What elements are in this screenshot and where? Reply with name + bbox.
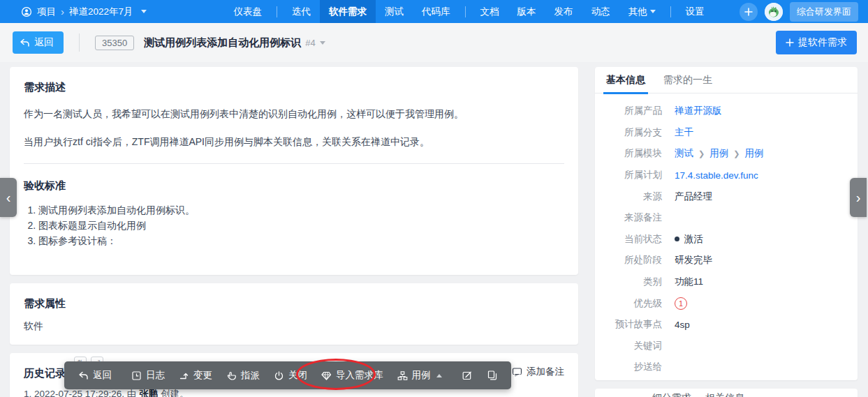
divider xyxy=(79,33,80,52)
chevron-right-icon: ❯ xyxy=(733,149,740,158)
field-value: 研发完毕 xyxy=(675,254,712,267)
next-story-button[interactable]: › xyxy=(850,178,867,217)
toolbar-close-button[interactable]: 关闭 xyxy=(267,369,314,382)
field-value: 功能11 xyxy=(675,276,703,288)
acceptance-item: 测试用例列表添加自动化用例标识。 xyxy=(38,202,564,218)
module-link[interactable]: 用例 xyxy=(744,147,763,160)
project-breadcrumb[interactable]: 项目 › 禅道2022年7月 xyxy=(21,6,147,18)
field-label: 关键词 xyxy=(606,340,662,352)
nav-software-story[interactable]: 软件需求 xyxy=(320,0,376,23)
nav-other[interactable]: 其他 xyxy=(619,0,665,23)
toolbar-log-button[interactable]: 日志 xyxy=(124,369,172,382)
info-fields: 所属产品 禅道开源版 所属分支 主干 所属模块 测试 ❯ 用例 ❯ 用例 所属计… xyxy=(595,93,858,378)
story-description-card: 需求描述 作为一名测试人员，我希望可以在测试用例列表中清楚的识别自动化用例，这样… xyxy=(10,67,578,275)
related-info-card: 细分需求 相关信息 xyxy=(595,389,858,397)
workspace-switch-button[interactable]: 综合研发界面 xyxy=(790,2,858,22)
toolbar-copy-button[interactable] xyxy=(480,370,505,381)
field-value: 产品经理 xyxy=(675,190,712,203)
field-priority: 优先级 1 xyxy=(606,292,846,314)
module-link[interactable]: 用例 xyxy=(709,147,728,160)
field-label: 来源 xyxy=(606,190,662,203)
acceptance-item: 图标参考设计稿： xyxy=(38,233,564,248)
project-menu-label[interactable]: 项目 xyxy=(37,6,56,18)
toolbar-assign-button[interactable]: 指派 xyxy=(219,369,267,382)
quick-create-button[interactable] xyxy=(740,3,758,21)
field-label: 优先级 xyxy=(606,297,662,310)
create-story-button[interactable]: 提软件需求 xyxy=(776,31,857,54)
project-name[interactable]: 禅道2022年7月 xyxy=(69,6,133,18)
tab-story-lifetime[interactable]: 需求的一生 xyxy=(663,67,712,93)
toolbar-back-button[interactable]: 返回 xyxy=(71,369,119,382)
branch-link[interactable]: 主干 xyxy=(675,126,693,139)
app-header: 项目 › 禅道2022年7月 仪表盘 迭代 软件需求 测试 代码库 文档 版本 … xyxy=(0,0,868,23)
nav-doc[interactable]: 文档 xyxy=(471,0,508,23)
edit-icon xyxy=(462,370,473,381)
nav-release[interactable]: 发布 xyxy=(545,0,582,23)
plus-icon xyxy=(786,38,794,47)
field-label: 所属计划 xyxy=(606,169,662,181)
caret-down-icon xyxy=(650,10,656,13)
field-keywords: 关键词 xyxy=(606,336,846,357)
tab-related-info[interactable]: 相关信息 xyxy=(705,392,744,397)
nav-iteration[interactable]: 迭代 xyxy=(283,0,320,23)
field-label: 所属产品 xyxy=(606,105,662,117)
user-avatar[interactable] xyxy=(765,3,783,21)
nav-dashboard[interactable]: 仪表盘 xyxy=(225,0,272,23)
chevron-right-icon: › xyxy=(856,190,861,206)
toolbar-close-label: 关闭 xyxy=(288,369,307,382)
acceptance-item: 图表标题显示自动化用例 xyxy=(38,218,564,233)
field-source: 来源 产品经理 xyxy=(606,186,846,207)
nav-settings[interactable]: 设置 xyxy=(677,0,714,23)
tab-subdivide[interactable]: 细分需求 xyxy=(652,392,691,397)
field-source-note: 来源备注 xyxy=(606,207,846,229)
nav-test[interactable]: 测试 xyxy=(376,0,413,23)
log-icon xyxy=(131,370,142,381)
toolbar-edit-button[interactable] xyxy=(455,370,480,381)
nav-divider xyxy=(277,6,277,17)
field-label: 所属模块 xyxy=(606,147,662,160)
power-icon xyxy=(274,370,284,381)
toolbar-usecase-button[interactable]: 用例 xyxy=(390,369,449,382)
description-paragraph: 作为一名测试人员，我希望可以在测试用例列表中清楚的识别自动化用例，这样可以便于我… xyxy=(24,105,564,122)
trash-icon xyxy=(512,370,522,381)
nav-divider xyxy=(670,6,671,17)
toolbar-delete-button[interactable] xyxy=(505,370,529,381)
caret-down-icon[interactable] xyxy=(320,41,325,45)
field-estimate: 预计故事点 4sp xyxy=(606,314,846,336)
prev-story-button[interactable]: ‹ xyxy=(0,178,17,217)
description-heading: 需求描述 xyxy=(24,81,564,94)
chevron-right-icon: › xyxy=(61,6,64,17)
nav-divider xyxy=(465,6,466,17)
product-link[interactable]: 禅道开源版 xyxy=(675,105,722,117)
field-label: 预计故事点 xyxy=(606,318,662,331)
caret-up-icon xyxy=(436,374,442,377)
story-id-badge: 35350 xyxy=(95,36,134,50)
field-plan: 所属计划 17.4.stable.dev.func xyxy=(606,165,846,186)
plan-link[interactable]: 17.4.stable.dev.func xyxy=(675,170,758,181)
basic-info-card: 基本信息 需求的一生 所属产品 禅道开源版 所属分支 主干 所属模块 测试 ❯ … xyxy=(595,67,858,380)
story-attribute-card: 需求属性 软件 xyxy=(10,283,578,345)
field-label: 所属分支 xyxy=(606,126,662,139)
field-product: 所属产品 禅道开源版 xyxy=(606,100,846,122)
toolbar-change-label: 变更 xyxy=(193,369,212,382)
chevron-left-icon: ‹ xyxy=(6,190,11,206)
field-branch: 所属分支 主干 xyxy=(606,122,846,144)
toolbar-change-button[interactable]: 变更 xyxy=(172,369,219,382)
change-icon xyxy=(179,370,189,381)
plus-icon xyxy=(744,7,753,17)
attribute-value: 软件 xyxy=(24,320,564,333)
back-button[interactable]: 返回 xyxy=(13,31,64,54)
status-value: 激活 xyxy=(684,233,703,246)
nav-repo[interactable]: 代码库 xyxy=(413,0,459,23)
attribute-heading: 需求属性 xyxy=(24,297,564,310)
field-label: 抄送给 xyxy=(606,361,662,373)
field-label: 当前状态 xyxy=(606,233,662,246)
add-note-label: 添加备注 xyxy=(527,366,564,378)
tab-basic-info[interactable]: 基本信息 xyxy=(606,67,645,93)
nav-dynamic[interactable]: 动态 xyxy=(582,0,619,23)
status-dot-icon xyxy=(675,237,679,241)
module-link[interactable]: 测试 xyxy=(675,147,693,160)
history-user-link[interactable]: 张鹏 xyxy=(139,389,158,397)
nav-build[interactable]: 版本 xyxy=(508,0,545,23)
toolbar-import-library-button[interactable]: 导入需求库 xyxy=(314,369,390,382)
